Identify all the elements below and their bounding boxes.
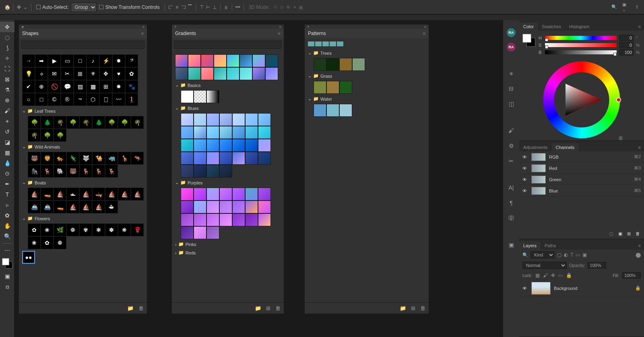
- pattern-swatch[interactable]: [326, 81, 339, 94]
- shapes-search[interactable]: [21, 41, 144, 49]
- shape-swatch[interactable]: 🦌: [105, 165, 118, 178]
- layer-thumbnail[interactable]: [531, 282, 551, 295]
- shape-swatch[interactable]: ✹: [112, 80, 125, 93]
- shape-swatch[interactable]: 🌲: [92, 116, 105, 129]
- clone-source-icon[interactable]: ✂: [506, 156, 516, 166]
- filter-toggle-icon[interactable]: ⬤: [636, 252, 641, 258]
- shape-swatch[interactable]: 🦌: [92, 165, 105, 178]
- gradient-swatch[interactable]: [194, 201, 206, 213]
- shape-swatch[interactable]: □: [74, 54, 87, 67]
- actions-icon[interactable]: ▣: [506, 240, 516, 250]
- fg-bg-mini[interactable]: [522, 34, 535, 47]
- shape-swatch[interactable]: 🦁: [41, 152, 54, 165]
- gradient-swatch[interactable]: [245, 139, 258, 152]
- gradient-swatch[interactable]: [181, 213, 194, 226]
- shape-swatch[interactable]: 🌳: [66, 116, 79, 129]
- gradient-swatch[interactable]: [219, 201, 232, 213]
- gradient-swatch[interactable]: [181, 188, 194, 201]
- gradient-swatch[interactable]: [214, 54, 227, 67]
- panel-menu-icon[interactable]: ≡: [278, 31, 281, 36]
- gradient-swatch[interactable]: [206, 113, 219, 126]
- shape-swatch[interactable]: ✿: [125, 67, 138, 80]
- shape-swatch[interactable]: 🐾: [125, 80, 138, 93]
- pattern-swatch[interactable]: [314, 58, 326, 71]
- gradient-swatch[interactable]: [258, 152, 271, 165]
- shape-swatch[interactable]: ✥: [99, 67, 112, 80]
- gradient-swatch[interactable]: [181, 165, 194, 178]
- trash-icon[interactable]: 🗑: [138, 305, 144, 311]
- opacity-input[interactable]: [588, 262, 606, 269]
- folder-wild-animals[interactable]: ⌄📁Wild Animals: [22, 143, 144, 150]
- pattern-swatch[interactable]: [339, 104, 352, 117]
- frame-tool[interactable]: ⊠: [0, 74, 14, 85]
- gradient-swatch[interactable]: [206, 139, 219, 152]
- align-left-icon[interactable]: ⫍: [167, 4, 174, 10]
- selection-icon[interactable]: ◌: [609, 231, 613, 236]
- shape-swatch[interactable]: 🐻: [66, 165, 79, 178]
- visibility-icon[interactable]: 👁: [522, 166, 528, 171]
- eraser-tool[interactable]: ◪: [0, 137, 14, 147]
- gradient-swatch[interactable]: [245, 188, 258, 201]
- distribute-4-icon[interactable]: ⫼: [223, 4, 229, 10]
- pattern-swatch[interactable]: [326, 58, 339, 71]
- pattern-preset[interactable]: [308, 41, 314, 46]
- gradient-swatch[interactable]: [232, 188, 245, 201]
- visibility-icon[interactable]: 👁: [522, 188, 528, 193]
- filter-adjust-icon[interactable]: ◐: [564, 252, 568, 258]
- pen-tool[interactable]: ✒: [0, 179, 14, 189]
- brushes-icon[interactable]: 🖌: [506, 126, 516, 135]
- lock-artboard-icon[interactable]: ▭: [558, 273, 563, 278]
- folder-leaf-trees[interactable]: ⌄📁Leaf Trees: [22, 108, 144, 114]
- lock-transparent-icon[interactable]: ▦: [535, 273, 540, 278]
- gradient-swatch[interactable]: [206, 226, 219, 239]
- type-tool[interactable]: T: [0, 189, 14, 200]
- auto-select-checkbox[interactable]: Auto-Select:: [34, 2, 71, 12]
- shape-swatch[interactable]: 🌴: [28, 129, 41, 142]
- shape-swatch[interactable]: 💬: [61, 80, 74, 93]
- gradient-swatch[interactable]: [206, 165, 219, 178]
- expand-icon[interactable]: ⊞: [619, 135, 623, 141]
- shape-swatch[interactable]: 🚫: [48, 80, 61, 93]
- brush-tool[interactable]: 🖌: [0, 105, 14, 116]
- blend-mode-select[interactable]: Normal: [522, 262, 567, 269]
- shape-swatch[interactable]: ⛵: [92, 201, 105, 213]
- folder-icon[interactable]: 📁: [127, 305, 134, 311]
- shape-swatch[interactable]: ⚜: [87, 67, 99, 80]
- gradient-swatch[interactable]: [219, 152, 232, 165]
- trash-icon[interactable]: 🗑: [420, 305, 425, 311]
- workspace-icon[interactable]: ▣ ⌄: [622, 4, 629, 10]
- folder-pinks[interactable]: ›📁Pinks: [175, 241, 281, 248]
- color-tab[interactable]: Color: [519, 23, 538, 31]
- gradient-swatch[interactable]: [175, 54, 188, 67]
- panel-menu-icon[interactable]: ≡: [635, 23, 644, 31]
- pattern-swatch[interactable]: [314, 81, 326, 94]
- pattern-swatch[interactable]: [339, 81, 352, 94]
- shape-swatch[interactable]: ⛵: [54, 188, 66, 201]
- pattern-swatch[interactable]: [314, 104, 326, 117]
- panel-menu-icon[interactable]: ≡: [635, 242, 644, 250]
- patterns-tab[interactable]: Patterns: [308, 31, 326, 36]
- gradient-swatch[interactable]: [219, 113, 232, 126]
- gradient-swatch[interactable]: [219, 139, 232, 152]
- channel-red[interactable]: 👁Red⌘3: [519, 163, 644, 174]
- shape-swatch[interactable]: ⊕: [35, 80, 48, 93]
- panel-menu-icon[interactable]: ≡: [423, 31, 425, 36]
- shape-swatch[interactable]: ⊞: [99, 80, 112, 93]
- mask-icon[interactable]: ▣: [618, 231, 622, 236]
- fill-input[interactable]: [622, 272, 641, 279]
- pattern-preset[interactable]: [330, 41, 336, 46]
- shape-swatch[interactable]: 🌲: [41, 116, 54, 129]
- zoom-tool[interactable]: 🔍: [0, 231, 14, 242]
- history-brush-tool[interactable]: ↺: [0, 126, 14, 137]
- gradient-swatch[interactable]: [206, 90, 219, 103]
- layers-tab[interactable]: Layers: [519, 242, 541, 250]
- align-right-icon[interactable]: ⫎: [180, 4, 187, 10]
- gradient-swatch[interactable]: [219, 165, 232, 178]
- shape-swatch[interactable]: 🌹: [131, 223, 144, 236]
- shape-swatch[interactable]: 🛶: [92, 188, 105, 201]
- paths-tab[interactable]: Paths: [541, 242, 560, 250]
- gradients-tab[interactable]: Gradients: [175, 31, 196, 36]
- trash-icon[interactable]: 🗑: [636, 231, 640, 236]
- shape-swatch[interactable]: 🐻: [28, 152, 41, 165]
- paragraph-icon[interactable]: ¶: [506, 198, 516, 208]
